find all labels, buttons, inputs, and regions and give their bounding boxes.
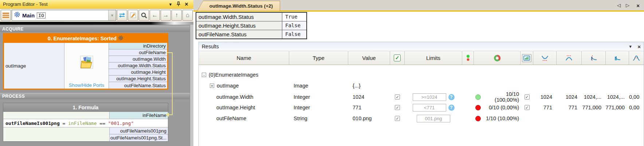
help-icon[interactable]: ? (448, 94, 455, 100)
panel-splitter[interactable] (190, 25, 193, 146)
program-list-button[interactable] (1, 10, 11, 21)
subprogram-selector[interactable]: Main IO ▼ (12, 10, 116, 21)
results-panel: Results ▼ × Name Type Value ✓ Limits (199, 42, 644, 146)
close-icon[interactable]: × (637, 44, 641, 50)
table-row[interactable]: +outImage Image {...} (199, 80, 644, 91)
navigate-back-button[interactable]: ← (150, 10, 160, 21)
preview-tab-strip: ◁ ▷ × outImage.Width.Status (+2) (193, 0, 644, 11)
plot-enable-checkbox[interactable]: ✓ (525, 94, 530, 100)
column-mean[interactable] (582, 51, 606, 65)
connection-arrow-icon (166, 113, 169, 117)
table-row[interactable]: outImage.Height Integer 771 ✓ <771? 0/10… (199, 102, 644, 113)
column-min[interactable] (533, 51, 557, 65)
results-titlebar: Results ▼ × (199, 42, 644, 51)
block-enumerate-header[interactable]: 0. EnumerateImages: Sorted (4, 34, 167, 43)
port-in-directory[interactable]: inDirectory (109, 43, 167, 49)
table-row[interactable]: outImage.Width.Status True (196, 13, 306, 21)
table-row[interactable]: outImage.Height.Status False (196, 21, 306, 30)
io-badge: IO (37, 12, 46, 19)
limit-input[interactable]: <771 (413, 104, 446, 111)
table-row[interactable]: outImage.Width Integer 1024 ✓ >=1024? 10… (199, 91, 644, 102)
selected-subprogram: Main (22, 12, 35, 19)
swap-view-button[interactable] (117, 10, 127, 21)
preview-value: False (282, 21, 306, 30)
navigate-up-button[interactable]: ↑ (172, 10, 182, 21)
panel-title: Program Editor - Test (3, 1, 166, 7)
home-button[interactable]: ⌂ (182, 10, 193, 21)
navigate-forward-button[interactable]: → (161, 10, 171, 21)
column-median[interactable] (606, 51, 629, 65)
column-stddev[interactable] (629, 51, 644, 65)
connection-wire (172, 52, 173, 115)
close-icon[interactable]: × (636, 3, 640, 9)
status-pass-indicator (475, 94, 481, 100)
column-enable-check[interactable]: ✓ (390, 51, 405, 65)
column-value[interactable]: Value (348, 51, 390, 65)
max-curve-icon (565, 55, 573, 61)
gear-icon (14, 11, 20, 19)
program-canvas: ACQUIRE 0. EnumerateImages: Sorted outIm… (0, 25, 193, 146)
port-out-image-width-status[interactable]: outImage.Width.Status (109, 62, 167, 69)
panel-menu-caret-icon[interactable]: ▼ (166, 2, 174, 7)
column-status[interactable] (462, 51, 474, 65)
port-out-filename[interactable]: outFileName (109, 49, 167, 56)
column-limits[interactable]: Limits (405, 51, 462, 65)
block-formula[interactable]: 1. Formula inFileName outFileNameIs001pn… (3, 103, 168, 142)
port-out-filename-status[interactable]: outFileName.Status (109, 82, 167, 89)
help-icon[interactable]: ? (448, 105, 455, 111)
column-type[interactable]: Type (289, 51, 348, 65)
show-hide-ports-link[interactable]: Show/Hide Ports (64, 82, 109, 88)
chevron-down-icon[interactable]: ▼ (628, 44, 632, 49)
status-dots-icon (466, 54, 470, 62)
pin-icon[interactable] (174, 1, 182, 7)
tabs-scroll-right-icon[interactable]: ▷ (626, 3, 629, 8)
section-acquire[interactable]: ACQUIRE (0, 26, 190, 32)
tabs-scroll-left-icon[interactable]: ◁ (617, 3, 621, 8)
preview-value: False (282, 30, 306, 38)
port-out-image-height[interactable]: outImage.Height (109, 69, 167, 76)
program-editor-panel: Program Editor - Test ▼ × Main IO ▼ ← → (0, 0, 193, 146)
gear-icon[interactable] (118, 35, 123, 42)
table-row[interactable]: outFileName.Status False (196, 30, 306, 38)
limit-enable-checkbox[interactable]: ✓ (395, 94, 400, 100)
preview-value: True (282, 13, 306, 21)
connection-wire (169, 114, 173, 115)
formula-expression[interactable]: outFileNameIs001png = inFileName == "001… (3, 119, 168, 127)
program-editor-titlebar: Program Editor - Test ▼ × (0, 0, 193, 9)
port-in-filename[interactable]: inFileName (110, 112, 168, 119)
results-header-row: Name Type Value ✓ Limits (199, 51, 644, 65)
close-icon[interactable]: × (182, 1, 191, 8)
expand-icon[interactable]: + (210, 84, 214, 88)
collapse-icon[interactable]: - (202, 73, 206, 77)
section-process[interactable]: PROCESS (0, 93, 190, 99)
chevron-down-icon[interactable]: ▼ (108, 10, 116, 20)
bell-curve-icon (632, 55, 640, 61)
table-row[interactable]: -(0)EnumerateImages (199, 69, 644, 80)
port-out-filename-is-001png-status[interactable]: outFileNameIs001png.St... (110, 134, 168, 141)
column-max[interactable] (557, 51, 582, 65)
checkmark-icon: ✓ (394, 54, 401, 61)
tab-outimage-width-status[interactable]: outImage.Width.Status (+2) (197, 1, 280, 11)
limit-enable-checkbox[interactable]: ✓ (395, 116, 400, 121)
plot-enable-checkbox[interactable]: ✓ (525, 105, 530, 110)
collapsed-bar (0, 22, 193, 25)
out-image-port-label[interactable]: outImage (4, 43, 64, 89)
donut-chart-icon (494, 54, 501, 62)
block-formula-header[interactable]: 1. Formula (3, 103, 168, 112)
limit-input[interactable]: >=1024 (413, 93, 446, 101)
limit-enable-checkbox[interactable]: ✓ (395, 105, 400, 110)
port-out-filename-is-001png[interactable]: outFileNameIs001png (110, 127, 168, 134)
block-enumerate-images[interactable]: 0. EnumerateImages: Sorted outImage (3, 33, 168, 90)
column-name[interactable]: Name (199, 51, 289, 65)
column-plot[interactable] (521, 51, 533, 65)
edit-button[interactable] (128, 10, 138, 21)
port-out-image-width[interactable]: outImage.Width (109, 56, 167, 62)
min-curve-icon (541, 55, 549, 61)
status-fail-indicator (475, 116, 481, 121)
limit-input[interactable]: 001.png (417, 115, 450, 122)
port-out-image-height-status[interactable]: outImage.Height.Status (109, 76, 167, 82)
enumerate-images-icon (79, 55, 94, 71)
column-pass-ratio[interactable] (474, 51, 521, 65)
table-row[interactable]: outFileName String 010.png ✓ 001.png 1/1… (199, 113, 644, 124)
search-icon[interactable] (139, 10, 149, 21)
